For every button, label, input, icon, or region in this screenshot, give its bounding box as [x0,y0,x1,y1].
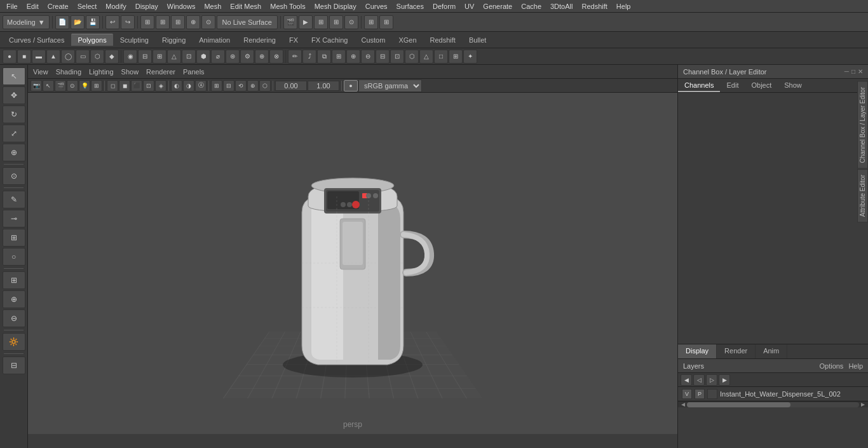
separate-btn[interactable]: ⊖ [361,50,375,64]
menu-edit-mesh[interactable]: Edit Mesh [226,1,265,11]
extra-btn-1[interactable]: ⊞ [364,15,378,29]
vp-hud-btn[interactable]: ⊞ [211,80,222,92]
bool-btn[interactable]: ⊞ [332,50,346,64]
scale-tool-btn[interactable]: ⤢ [3,125,25,142]
viewport-menu-lighting[interactable]: Lighting [89,68,114,76]
vp-light2-btn[interactable]: ◈ [155,80,166,92]
select-tool-btn[interactable]: ↖ [3,67,25,85]
poly-cone-btn[interactable]: △ [167,50,181,64]
pen-btn[interactable]: ✏ [288,50,302,64]
vtab-attribute-editor[interactable]: Attribute Editor [857,169,868,222]
viewport-menu-renderer[interactable]: Renderer [146,68,175,76]
rotate-tool-btn[interactable]: ↻ [3,105,25,123]
menu-windows[interactable]: Windows [163,1,200,11]
tab-fx-caching[interactable]: FX Caching [305,34,354,46]
tab-edit[interactable]: Edit [720,79,745,92]
scroll-left-btn[interactable]: ◀ [679,402,687,408]
menu-surfaces[interactable]: Surfaces [393,1,428,11]
move-tool-btn[interactable]: ✥ [3,86,25,104]
workspace-selector[interactable]: Modeling ▼ [3,15,50,29]
vp-film-btn[interactable]: 🎬 [55,80,66,92]
viewport-menu-shading[interactable]: Shading [56,68,81,76]
layers-help-menu[interactable]: Help [848,362,863,370]
layer-type-btn[interactable]: P [695,389,705,399]
snap-btn-4[interactable]: ⊕ [186,15,200,29]
tab-show[interactable]: Show [778,79,808,92]
poly-cube-btn[interactable]: ⊟ [138,50,152,64]
vp-ss-btn[interactable]: ⊟ [223,80,234,92]
vp-isolate-btn[interactable]: ⊙ [67,80,78,92]
menu-generate[interactable]: Generate [479,1,516,11]
tab-channels[interactable]: Channels [678,79,720,92]
cone-icon-btn[interactable]: ▲ [46,50,60,64]
quadrangulate-btn[interactable]: □ [434,50,448,64]
menu-curves[interactable]: Curves [362,1,391,11]
triangulate-btn[interactable]: △ [419,50,433,64]
vp-rotate-value[interactable] [275,81,307,91]
layer-prev2-btn[interactable]: ◁ [693,374,705,386]
tab-bullet[interactable]: Bullet [463,34,493,46]
new-scene-btn[interactable]: 📄 [55,15,69,29]
menu-create[interactable]: Create [44,1,72,11]
poly-misc1-btn[interactable]: ⊕ [255,50,269,64]
save-scene-btn[interactable]: 💾 [86,15,100,29]
viewport-menu-show[interactable]: Show [121,68,139,76]
vp-aa-btn[interactable]: Ⓐ [195,80,207,92]
vp-env-btn[interactable]: ⬡ [259,80,271,92]
snap-btn-2[interactable]: ⊞ [156,15,170,29]
vp-light-btn[interactable]: 💡 [79,80,90,92]
menu-redshift[interactable]: Redshift [578,1,611,11]
panel-minimize-btn[interactable]: ─ [844,68,849,75]
dr-tab-render[interactable]: Render [717,344,756,358]
color-space-select[interactable]: sRGB gamma [358,79,422,92]
viewport-menu-view[interactable]: View [33,68,48,76]
tab-rendering[interactable]: Rendering [237,34,282,46]
menu-file[interactable]: File [3,1,22,11]
layer-next2-btn[interactable]: ▶ [719,374,730,386]
extra-btn-2[interactable]: ⊞ [379,15,393,29]
menu-deform[interactable]: Deform [429,1,459,11]
layer-next-btn[interactable]: ▷ [706,374,717,386]
panel-close-btn[interactable]: ✕ [858,68,863,75]
disk-icon-btn[interactable]: ⬡ [90,50,104,64]
tab-animation[interactable]: Animation [193,34,236,46]
cylinder-icon-btn[interactable]: ▬ [32,50,46,64]
layer-row-1[interactable]: V P Instant_Hot_Water_Dispenser_5L_002 [678,387,868,401]
vp-texture-btn[interactable]: ⊡ [143,80,154,92]
redo-btn[interactable]: ↪ [121,15,135,29]
vp-depth-btn[interactable]: ⊕ [247,80,259,92]
retopo-btn[interactable]: ⊞ [449,50,463,64]
snap-btn-5[interactable]: ⊙ [201,15,215,29]
layers-options-menu[interactable]: Options [819,362,843,370]
menu-mesh-display[interactable]: Mesh Display [311,1,360,11]
scroll-right-btn[interactable]: ▶ [859,402,867,408]
snap-to-grid-btn[interactable]: ⊞ [3,271,25,289]
cube-icon-btn[interactable]: ■ [17,50,31,64]
menu-select[interactable]: Select [74,1,101,11]
cleanup-btn[interactable]: ✦ [463,50,477,64]
vp-select-btn[interactable]: ↖ [43,80,54,92]
vp-smooth-btn[interactable]: ⬛ [131,80,142,92]
poly-helix-btn[interactable]: ⊛ [226,50,240,64]
plane-icon-btn[interactable]: ▭ [76,50,90,64]
render-btn-5[interactable]: ⊙ [344,15,358,29]
menu-mesh-tools[interactable]: Mesh Tools [266,1,309,11]
render-settings-btn[interactable]: 🔆 [3,333,25,351]
dr-tab-display[interactable]: Display [678,344,717,358]
vtab-channel-box[interactable]: Channel Box / Layer Editor [857,81,868,169]
snap-to-point-btn[interactable]: ⊕ [3,290,25,308]
poly-pipe-btn[interactable]: ⌀ [211,50,225,64]
poly-sphere-btn[interactable]: ◉ [123,50,137,64]
poly-gear-btn[interactable]: ⚙ [240,50,254,64]
snap-btn-3[interactable]: ⊞ [171,15,185,29]
bevel-btn[interactable]: ⬡ [405,50,419,64]
menu-3dtoall[interactable]: 3DtoAll [546,1,576,11]
tab-object[interactable]: Object [745,79,778,92]
poly-misc2-btn[interactable]: ⊗ [269,50,283,64]
render-btn-2[interactable]: ▶ [299,15,313,29]
snap-btn-1[interactable]: ⊞ [140,15,154,29]
vp-wireframe-btn[interactable]: ◻ [107,80,118,92]
poly-plane-btn[interactable]: ⊡ [182,50,196,64]
sphere-icon-btn[interactable]: ● [3,50,17,64]
poly-cyl-btn[interactable]: ⊞ [153,50,166,64]
